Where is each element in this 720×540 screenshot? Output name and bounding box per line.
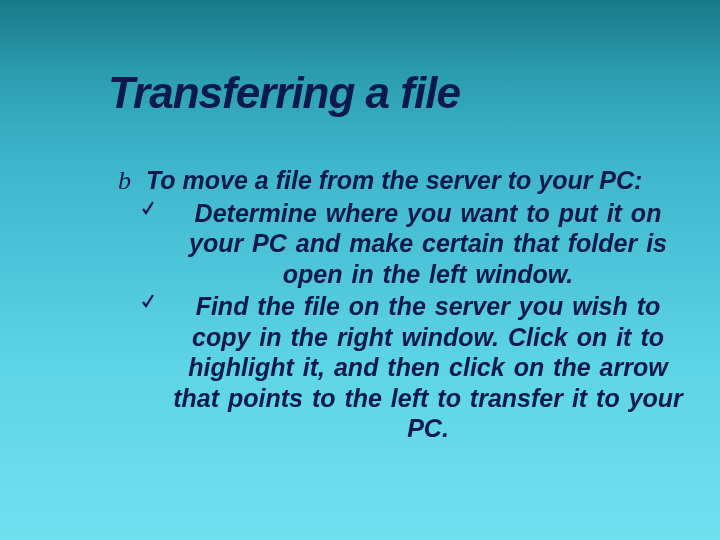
bullet-level1: b To move a file from the server to your… [118, 165, 692, 196]
script-b-bullet-icon: b [118, 165, 131, 197]
check-bullet-icon [142, 201, 156, 219]
bullet-level1-text: To move a file from the server to your P… [146, 166, 642, 194]
bullet-level2-text: Find the file on the server you wish to … [173, 292, 683, 442]
slide-body: b To move a file from the server to your… [118, 165, 692, 446]
slide: Transferring a file b To move a file fro… [0, 0, 720, 540]
check-bullet-icon [142, 294, 156, 312]
bullet-level2: Find the file on the server you wish to … [142, 291, 692, 444]
bullet-level2: Determine where you want to put it on yo… [142, 198, 692, 290]
bullet-level2-text: Determine where you want to put it on yo… [189, 199, 667, 288]
slide-title: Transferring a file [108, 68, 460, 118]
